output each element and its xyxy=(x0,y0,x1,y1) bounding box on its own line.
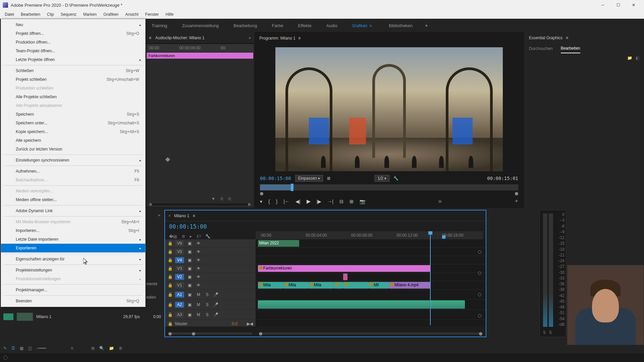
timeline-collapse-button[interactable]: » xyxy=(154,210,164,221)
effects-scrollbar[interactable] xyxy=(149,203,251,205)
menu-item[interactable]: Exportieren xyxy=(1,244,145,252)
insert-icon[interactable]: ⎘ xyxy=(221,196,223,201)
menu-item[interactable]: Projektmanager... xyxy=(1,286,145,294)
clip-v1-5[interactable] xyxy=(343,282,368,289)
menu-item[interactable]: Medien offline stellen... xyxy=(1,195,145,204)
solo-button[interactable]: S xyxy=(204,302,210,307)
project-item-row[interactable]: Milano 1 29,97 fps 0:00 xyxy=(3,312,161,322)
clip-small[interactable] xyxy=(343,274,348,280)
keyframe-node-icon[interactable] xyxy=(478,293,481,296)
menu-hilfe[interactable]: Hilfe xyxy=(162,11,177,18)
ws-bibliotheken[interactable]: Bibliotheken xyxy=(381,20,420,32)
panel-menu-icon[interactable]: ≡ xyxy=(298,36,301,41)
linked-sel-icon[interactable]: ⊚ xyxy=(182,234,185,240)
play-button[interactable]: ▶ xyxy=(307,198,311,204)
program-zoom-slider[interactable] xyxy=(260,192,518,195)
timeline-ruler[interactable]: :00:00 00:00:04:00 00:00:08:00 00:00:12:… xyxy=(256,231,483,239)
panel-menu-icon[interactable]: ≡ xyxy=(193,214,195,218)
menu-item[interactable]: Einstellungen synchronisieren xyxy=(1,156,145,165)
program-video-preview[interactable] xyxy=(275,47,503,171)
menu-item[interactable]: Kopie speichern...Strg+Alt+S xyxy=(1,127,145,136)
track-header-a3[interactable]: 🔒A3▣MS🎤 xyxy=(165,310,256,319)
lock-icon[interactable]: 🔒 xyxy=(168,312,172,317)
solo-button[interactable]: S xyxy=(204,312,210,317)
lock-icon[interactable]: 🔒 xyxy=(168,283,172,288)
toggle-output-icon[interactable]: ▣ xyxy=(187,241,193,246)
track-header-v3[interactable]: 🔒V3▣👁 xyxy=(165,264,256,273)
scale-dropdown[interactable]: 1/2 ▾ xyxy=(375,175,389,182)
clip-audio[interactable] xyxy=(258,300,465,309)
program-scrub-bar[interactable] xyxy=(260,184,518,190)
wrench-icon[interactable]: 🔧 xyxy=(205,234,210,240)
keyframe-node-icon[interactable] xyxy=(478,314,481,317)
maximize-button[interactable]: ☐ xyxy=(610,0,626,10)
lock-icon[interactable]: 🔒 xyxy=(168,249,172,254)
collapse-icon[interactable]: ▶◀ xyxy=(247,321,253,326)
export-frame-icon[interactable]: 📷 xyxy=(360,199,365,204)
ws-bearbeitung[interactable]: Bearbeitung xyxy=(226,20,264,32)
in-point-icon[interactable]: { xyxy=(268,199,270,204)
menu-datei[interactable]: Datei xyxy=(1,11,17,18)
menu-item[interactable]: Produktion öffnen... xyxy=(1,38,145,47)
lock-icon[interactable]: 🔒 xyxy=(168,275,172,279)
mute-button[interactable]: M xyxy=(196,292,202,297)
mute-button[interactable]: M xyxy=(196,302,202,307)
solo-right[interactable]: S xyxy=(549,330,552,335)
menu-ansicht[interactable]: Ansicht xyxy=(122,11,142,18)
new-item-icon[interactable]: 🗎 xyxy=(119,346,123,351)
voice-icon[interactable]: 🎤 xyxy=(213,302,219,307)
out-marker-icon[interactable] xyxy=(442,235,445,239)
toggle-output-icon[interactable]: ▣ xyxy=(187,302,193,307)
eye-icon[interactable]: 👁 xyxy=(196,283,202,288)
ws-audio[interactable]: Audio xyxy=(319,20,345,32)
list-view-icon[interactable]: ☰ xyxy=(11,346,15,351)
track-header-master[interactable]: 🔒Master0,0▶◀ xyxy=(165,320,256,326)
out-point-icon[interactable]: } xyxy=(276,199,278,204)
lock-icon[interactable]: 🔒 xyxy=(168,258,172,262)
eye-icon[interactable]: 👁 xyxy=(196,275,202,279)
voice-icon[interactable]: 🎤 xyxy=(213,312,219,317)
menu-bearbeiten[interactable]: Bearbeiten xyxy=(17,11,44,18)
program-timecode-left[interactable]: 00:00:15:00 xyxy=(260,176,291,181)
master-value[interactable]: 0,0 xyxy=(232,321,237,326)
menu-item[interactable]: Zurück zur letzten Version xyxy=(1,145,145,154)
workspace-menu-icon[interactable]: ≡ xyxy=(369,23,374,28)
goto-out-icon[interactable]: →| xyxy=(327,199,333,204)
ws-grafiken[interactable]: Grafiken≡ xyxy=(345,20,381,32)
menu-item[interactable]: Projekt schließenStrg+Umschalt+W xyxy=(1,75,145,84)
clip-v1-3[interactable]: Mila xyxy=(309,282,334,289)
lock-icon[interactable]: 🔒 xyxy=(168,321,172,326)
safemargin-icon[interactable]: ⊞ xyxy=(327,176,330,181)
timeline-playhead[interactable] xyxy=(430,231,431,325)
menu-item[interactable]: Adobe Dynamic Link xyxy=(1,206,145,215)
eg-tab-bearbeiten[interactable]: Bearbeiten xyxy=(561,44,580,53)
track-header-a2[interactable]: 🔒A2▣MS🎤 xyxy=(165,300,256,309)
step-fwd-icon[interactable]: |▶ xyxy=(317,199,322,204)
ws-zusammenstellung[interactable]: Zusammenstellung xyxy=(174,20,226,32)
close-button[interactable]: ✕ xyxy=(626,0,641,10)
solo-button[interactable]: S xyxy=(204,292,210,297)
menu-item[interactable]: SpeichernStrg+S xyxy=(1,110,145,119)
eye-icon[interactable]: 👁 xyxy=(196,241,202,246)
snap-icon[interactable]: �磁 xyxy=(169,234,177,240)
menu-item[interactable]: Alle Projekte schließen xyxy=(1,93,145,101)
toggle-output-icon[interactable]: ▣ xyxy=(187,292,193,297)
panel-menu-icon[interactable]: ≡ xyxy=(566,36,568,40)
menu-item[interactable]: BeendenStrg+Q xyxy=(1,297,145,305)
tag-icon[interactable]: 🏷 xyxy=(197,234,201,240)
ws-farbe[interactable]: Farbe xyxy=(264,20,290,32)
clip-title[interactable]: Milan 2022 xyxy=(258,240,299,247)
filter-icon[interactable]: ▼ xyxy=(211,196,215,201)
new-item-icon[interactable]: ◧ xyxy=(636,56,639,60)
menu-item[interactable]: Letzte Projekte öffnen xyxy=(1,55,145,64)
playhead-handle[interactable] xyxy=(291,184,293,191)
freeform-view-icon[interactable]: ◫ xyxy=(28,346,32,351)
menu-sequenz[interactable]: Sequenz xyxy=(57,11,80,18)
lift-icon[interactable]: ⊟ xyxy=(339,199,343,204)
toggle-output-icon[interactable]: ▣ xyxy=(187,258,193,262)
menu-item[interactable]: SchließenStrg+W xyxy=(1,66,145,75)
track-header-v1[interactable]: 🔒V1▣👁 xyxy=(165,281,256,289)
solo-left[interactable]: S xyxy=(543,330,546,335)
toggle-output-icon[interactable]: ▣ xyxy=(187,312,193,317)
clip-v1-2[interactable]: Mila xyxy=(283,282,308,289)
